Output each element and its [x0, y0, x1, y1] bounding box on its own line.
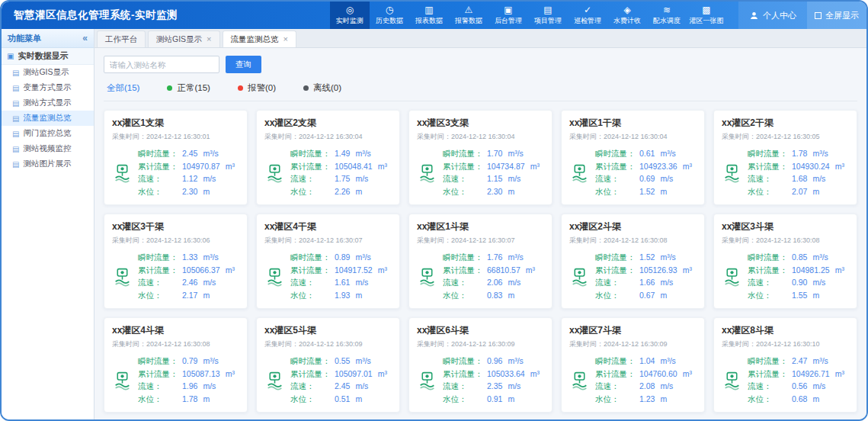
flow-unit: m³/s: [355, 147, 370, 160]
collect-time-value: 2024-12-12 16:30:04: [604, 133, 668, 140]
close-icon[interactable]: ×: [207, 35, 211, 43]
flow-value: 0.89: [335, 251, 350, 264]
flow-meter-icon: [569, 266, 590, 287]
sidebar-item[interactable]: ▤ 变量方式显示: [2, 80, 94, 95]
sidebar-item[interactable]: ▤ 测站视频监控: [2, 141, 94, 156]
search-button[interactable]: 查询: [226, 56, 261, 73]
total-flow-unit: m³: [378, 368, 387, 381]
total-flow-label: 累计流量：: [748, 264, 792, 277]
sidebar-item[interactable]: ▤ 流量监测总览: [2, 111, 94, 126]
alarm-data-icon: ⚠: [465, 5, 473, 15]
station-card[interactable]: xx灌区1干渠 采集时间：2024-12-12 16:30:04: [561, 110, 705, 205]
total-flow-unit: m³: [683, 160, 692, 173]
sidebar-section-realtime[interactable]: ▣ 实时数据显示: [2, 48, 94, 65]
station-card[interactable]: xx灌区8斗渠 采集时间：2024-12-12 16:30:10: [713, 317, 857, 413]
collect-time-value: 2024-12-12 16:30:07: [299, 236, 363, 244]
nav-item[interactable]: ▣ 后台管理: [488, 2, 528, 29]
total-flow-value: 104930.24: [792, 160, 830, 173]
nav-item[interactable]: ✓ 巡检管理: [568, 2, 607, 29]
close-icon[interactable]: ×: [283, 35, 288, 43]
flow-label: 瞬时流量：: [748, 147, 792, 160]
velocity-unit: m/s: [355, 276, 368, 289]
total-flow-value: 104923.36: [639, 160, 677, 173]
status-filter[interactable]: 离线(0): [303, 82, 341, 94]
station-metrics: 瞬时流量： 1.49 m³/s 累计流量： 105048.41 m³: [264, 147, 392, 198]
water-level-row: 水位： 1.23 m: [595, 393, 697, 406]
nav-item[interactable]: ◈ 水费计收: [607, 2, 647, 29]
flow-unit: m³/s: [660, 147, 675, 160]
station-card[interactable]: xx灌区1斗渠 采集时间：2024-12-12 16:30:07: [408, 214, 553, 309]
flow-row: 瞬时流量： 1.33 m³/s: [138, 251, 239, 264]
user-center-button[interactable]: 个人中心: [738, 2, 807, 29]
station-card[interactable]: xx灌区2干渠 采集时间：2024-12-12 16:30:05: [713, 110, 857, 205]
nav-item-label: 项目管理: [534, 16, 562, 26]
tab[interactable]: 工作平台 ×: [97, 31, 146, 47]
velocity-label: 流速：: [443, 172, 487, 185]
nav-item[interactable]: ▩ 灌区一张图: [687, 2, 726, 29]
grid-icon: ▤: [12, 84, 19, 92]
water-level-unit: m: [203, 185, 210, 198]
flow-value: 0.96: [487, 355, 502, 368]
station-card[interactable]: xx灌区2支渠 采集时间：2024-12-12 16:30:04: [256, 110, 400, 205]
flow-label: 瞬时流量：: [443, 251, 487, 264]
station-card[interactable]: xx灌区2斗渠 采集时间：2024-12-12 16:30:08: [561, 214, 705, 309]
sidebar-item-label: 变量方式显示: [23, 82, 71, 93]
station-card[interactable]: xx灌区6斗渠 采集时间：2024-12-12 16:30:09: [408, 317, 553, 413]
total-flow-unit: m³: [530, 368, 540, 381]
nav-item[interactable]: ≋ 配水调度: [647, 2, 687, 29]
status-filter[interactable]: 报警(0): [238, 82, 276, 94]
flow-value: 0.85: [792, 251, 807, 264]
sidebar-item[interactable]: ▤ 闸门监控总览: [2, 126, 94, 141]
total-flow-unit: m³: [683, 264, 692, 277]
sidebar-item[interactable]: ▤ 测站图片展示: [2, 156, 94, 172]
status-filter[interactable]: 正常(15): [167, 82, 210, 94]
nav-item[interactable]: ▤ 项目管理: [528, 2, 568, 29]
total-flow-unit: m³: [226, 264, 235, 277]
station-search-input[interactable]: [104, 56, 219, 73]
total-flow-unit: m³: [683, 368, 692, 381]
total-flow-row: 累计流量： 105097.01 m³: [290, 368, 392, 381]
flow-row: 瞬时流量： 0.55 m³/s: [290, 355, 392, 368]
station-card[interactable]: xx灌区4斗渠 采集时间：2024-12-12 16:30:08: [104, 317, 248, 413]
velocity-label: 流速：: [595, 380, 639, 393]
velocity-unit: m/s: [355, 172, 368, 185]
water-level-unit: m: [203, 289, 210, 302]
flow-value: 2.45: [182, 147, 197, 160]
nav-item[interactable]: ▥ 报表数据: [409, 2, 449, 29]
status-filter[interactable]: 全部(15): [107, 82, 139, 94]
nav-item[interactable]: ◷ 历史数据: [370, 2, 409, 29]
collect-time-value: 2024-12-12 16:30:08: [604, 236, 668, 244]
station-card[interactable]: xx灌区4干渠 采集时间：2024-12-12 16:30:07: [256, 214, 400, 309]
station-card[interactable]: xx灌区7斗渠 采集时间：2024-12-12 16:30:09: [561, 317, 705, 413]
water-level-value: 0.83: [487, 289, 502, 302]
flow-row: 瞬时流量： 0.85 m³/s: [748, 251, 849, 264]
water-level-value: 0.91: [487, 393, 502, 406]
station-card[interactable]: xx灌区3支渠 采集时间：2024-12-12 16:30:04: [408, 110, 553, 205]
fullscreen-button[interactable]: 全屏显示: [807, 2, 866, 29]
content-panel: 查询 全部(15) 正常(15): [94, 48, 866, 419]
station-card[interactable]: xx灌区5斗渠 采集时间：2024-12-12 16:30:09: [256, 317, 400, 413]
metric-rows: 瞬时流量： 2.47 m³/s 累计流量： 104926.71 m³: [748, 355, 849, 405]
collect-time-value: 2024-12-12 16:30:04: [451, 133, 515, 140]
water-level-label: 水位：: [290, 393, 335, 406]
station-card[interactable]: xx灌区3斗渠 采集时间：2024-12-12 16:30:08: [713, 214, 857, 309]
tab[interactable]: 流量监测总览 ×: [223, 31, 296, 47]
sidebar-item[interactable]: ▤ 测站方式显示: [2, 95, 94, 111]
total-flow-label: 累计流量：: [290, 264, 335, 277]
nav-item[interactable]: ◎ 实时监测: [330, 2, 370, 29]
water-level-unit: m: [355, 185, 362, 198]
tab[interactable]: 测站GIS显示 ×: [148, 31, 220, 47]
realtime-monitor-icon: ◎: [346, 5, 354, 15]
station-card[interactable]: xx灌区3干渠 采集时间：2024-12-12 16:30:06: [104, 214, 248, 309]
collapse-sidebar-icon[interactable]: «: [82, 33, 88, 43]
water-level-unit: m: [508, 289, 514, 302]
nav-item[interactable]: ⚠ 报警数据: [449, 2, 488, 29]
total-flow-value: 105126.93: [639, 264, 677, 277]
nav-item-label: 灌区一张图: [690, 16, 724, 26]
tab-label: 测站GIS显示: [156, 34, 202, 45]
flow-label: 瞬时流量：: [443, 147, 487, 160]
sidebar-item[interactable]: ▤ 测站GIS显示: [2, 65, 94, 80]
station-card[interactable]: xx灌区1支渠 采集时间：2024-12-12 16:30:01: [104, 110, 248, 205]
collect-time-label: 采集时间：: [569, 236, 604, 244]
collect-time-value: 2024-12-12 16:30:07: [451, 236, 515, 244]
